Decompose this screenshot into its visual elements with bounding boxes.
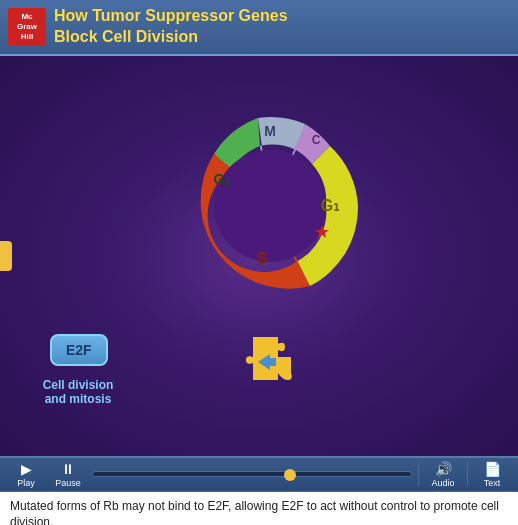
audio-button[interactable]: 🔊 Audio [425, 461, 461, 488]
page-title: How Tumor Suppressor Genes Block Cell Di… [54, 6, 288, 48]
separator-2 [467, 462, 468, 486]
cell-division-text: Cell division [28, 378, 128, 392]
title-line2: Block Cell Division [54, 27, 288, 48]
cell-cycle-ring: M C G₁ S G₂ ★ [160, 106, 380, 306]
svg-text:S: S [257, 250, 268, 267]
e2f-label: E2F [66, 342, 92, 358]
play-icon: ▶ [21, 461, 32, 477]
pause-icon: ⏸ [61, 461, 75, 477]
main-content: M C G₁ S G₂ ★ E2F Cell division and mito… [0, 56, 518, 456]
side-arrow[interactable] [0, 241, 12, 271]
text-icon: 📄 [484, 461, 501, 477]
audio-icon: 🔊 [435, 461, 452, 477]
text-label: Text [484, 478, 501, 488]
header: McGrawHill How Tumor Suppressor Genes Bl… [0, 0, 518, 56]
svg-text:G₂: G₂ [214, 171, 231, 187]
svg-point-0 [214, 150, 326, 262]
separator-1 [418, 462, 419, 486]
svg-text:M: M [264, 123, 276, 139]
puzzle-icon [238, 322, 308, 396]
controls-bar: ▶ Play ⏸ Pause 🔊 Audio 📄 Text [0, 456, 518, 492]
svg-text:C: C [312, 133, 321, 147]
audio-label: Audio [431, 478, 454, 488]
pause-button[interactable]: ⏸ Pause [50, 461, 86, 488]
play-button[interactable]: ▶ Play [8, 461, 44, 488]
logo: McGrawHill [8, 8, 46, 46]
and-mitosis-text: and mitosis [28, 392, 128, 406]
e2f-sublabel: Cell division and mitosis [28, 378, 128, 406]
play-label: Play [17, 478, 35, 488]
text-button[interactable]: 📄 Text [474, 461, 510, 488]
caption-text: Mutated forms of Rb may not bind to E2F,… [10, 498, 508, 525]
svg-text:G₁: G₁ [321, 197, 340, 214]
caption-bar: Mutated forms of Rb may not bind to E2F,… [0, 492, 518, 525]
title-line1: How Tumor Suppressor Genes [54, 6, 288, 27]
svg-text:★: ★ [314, 222, 330, 242]
progress-thumb[interactable] [284, 469, 296, 481]
logo-text: McGrawHill [17, 12, 37, 41]
e2f-button[interactable]: E2F [50, 334, 108, 366]
progress-track[interactable] [92, 471, 412, 477]
pause-label: Pause [55, 478, 81, 488]
